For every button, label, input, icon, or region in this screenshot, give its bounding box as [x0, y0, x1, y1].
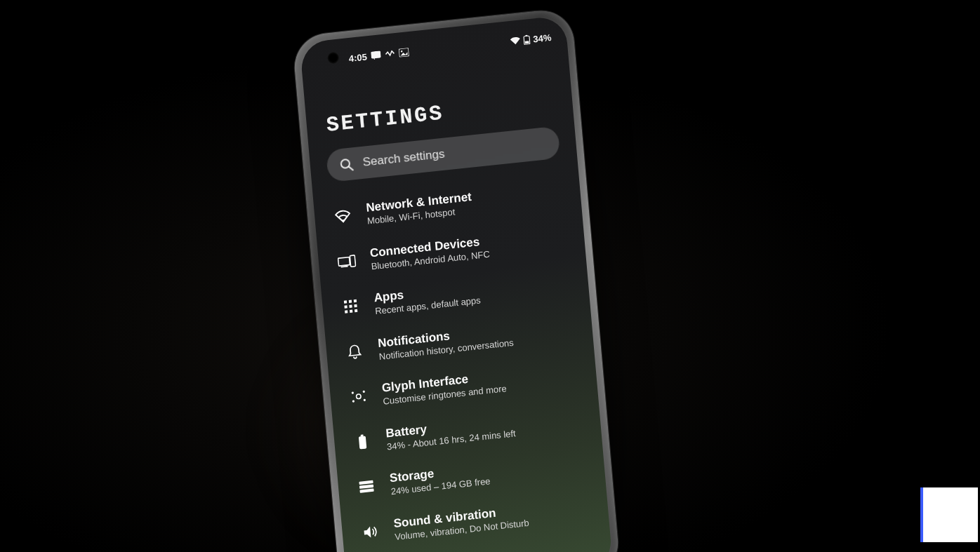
- glyph-icon: [348, 386, 369, 408]
- volume-icon: [360, 521, 381, 543]
- battery-icon: [523, 34, 531, 45]
- svg-rect-16: [349, 305, 352, 308]
- phone-frame: 4:05: [292, 8, 621, 552]
- search-icon: [339, 157, 354, 172]
- svg-rect-30: [359, 489, 373, 493]
- wifi-icon: [332, 206, 353, 227]
- svg-rect-5: [525, 41, 529, 43]
- activity-icon: [385, 50, 395, 58]
- svg-line-7: [349, 166, 352, 170]
- svg-rect-15: [344, 306, 347, 309]
- battery-full-icon: [352, 431, 373, 452]
- devices-icon: [336, 250, 357, 272]
- svg-rect-9: [338, 257, 350, 266]
- svg-rect-27: [361, 434, 364, 436]
- svg-rect-20: [355, 309, 357, 312]
- svg-rect-13: [349, 300, 352, 303]
- apps-grid-icon: [340, 296, 361, 318]
- svg-point-21: [356, 394, 361, 399]
- svg-rect-18: [345, 310, 347, 313]
- svg-point-25: [364, 399, 366, 402]
- svg-rect-0: [371, 51, 381, 58]
- phone: 4:05: [292, 8, 621, 552]
- status-left: 4:05: [348, 47, 409, 64]
- svg-rect-17: [354, 304, 357, 307]
- svg-point-23: [363, 391, 365, 393]
- svg-rect-4: [525, 35, 527, 36]
- settings-list: Network & Internet Mobile, Wi-Fi, hotspo…: [312, 166, 609, 552]
- svg-point-24: [352, 400, 355, 403]
- svg-rect-14: [354, 299, 357, 302]
- wifi-icon: [510, 36, 521, 46]
- message-icon: [371, 51, 381, 60]
- svg-rect-11: [350, 255, 355, 267]
- status-battery-text: 34%: [533, 32, 552, 44]
- status-time: 4:05: [348, 51, 367, 64]
- gallery-icon: [399, 48, 409, 57]
- photo-scene: 4:05: [0, 0, 980, 552]
- svg-point-2: [401, 51, 403, 53]
- phone-screen: 4:05: [300, 15, 614, 552]
- svg-rect-12: [344, 301, 347, 304]
- svg-rect-1: [399, 48, 409, 57]
- storage-icon: [356, 476, 377, 498]
- svg-point-22: [352, 392, 354, 395]
- status-right: 34%: [510, 32, 552, 46]
- bell-icon: [344, 341, 365, 363]
- search-placeholder: Search settings: [362, 147, 445, 170]
- svg-rect-29: [359, 485, 373, 489]
- svg-rect-26: [359, 436, 367, 449]
- svg-rect-19: [350, 310, 352, 313]
- svg-rect-28: [359, 480, 373, 485]
- corner-widget[interactable]: [920, 487, 978, 542]
